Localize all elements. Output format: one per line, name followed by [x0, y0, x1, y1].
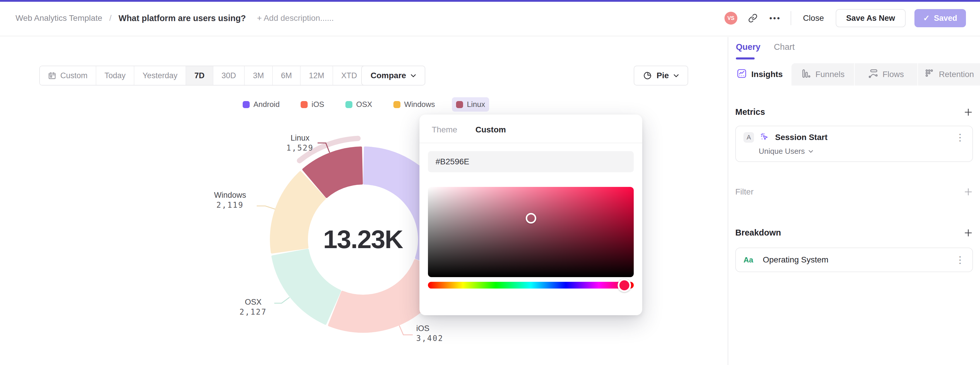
tab-funnels[interactable]: Funnels: [791, 63, 855, 86]
legend-label: Windows: [404, 100, 435, 109]
slice-label-linux: Linux 1,529: [278, 133, 322, 153]
label-leader-line: [399, 325, 413, 335]
legend-item-windows[interactable]: Windows: [389, 97, 439, 112]
label-leader-line: [274, 297, 290, 303]
legend-swatch: [393, 101, 401, 108]
tab-custom[interactable]: Custom: [476, 125, 506, 134]
property-type-badge: Aa: [743, 255, 757, 265]
metric-event-name: Session Start: [775, 133, 950, 142]
filter-header-row: Filter: [735, 187, 973, 196]
tab-label: Flows: [883, 70, 904, 79]
breakdown-card[interactable]: Aa Operating System ⋮: [735, 247, 973, 272]
legend-label: Android: [253, 100, 280, 109]
range-custom[interactable]: Custom: [40, 66, 96, 85]
compare-button[interactable]: Compare: [361, 65, 425, 86]
tab-insights[interactable]: Insights: [728, 63, 791, 86]
breakdown-card-row: Aa Operating System ⋮: [736, 248, 972, 271]
top-accent-bar: [0, 0, 980, 2]
query-sidebar: Query Chart Insights: [728, 37, 980, 365]
metric-card-row: A Session Start ⋮: [736, 132, 972, 143]
tab-theme[interactable]: Theme: [432, 125, 457, 134]
label-leader-line: [257, 206, 275, 209]
insights-icon: [737, 68, 747, 81]
legend-item-android[interactable]: Android: [239, 97, 284, 112]
breakdown-header: Breakdown: [735, 228, 781, 237]
cursor-sparkle-icon: [760, 132, 769, 143]
range-3m[interactable]: 3M: [245, 66, 273, 85]
metric-series-badge: A: [743, 132, 754, 143]
saved-button[interactable]: ✓ Saved: [915, 9, 966, 27]
share-link-icon[interactable]: [746, 11, 760, 25]
hue-slider-handle[interactable]: [617, 279, 631, 292]
legend-label: iOS: [312, 100, 324, 109]
app-root: Web Analytics Template / What platform a…: [0, 0, 980, 365]
add-metric-button[interactable]: [964, 107, 973, 117]
range-12m[interactable]: 12M: [301, 66, 333, 85]
hex-color-input[interactable]: [428, 151, 634, 172]
range-label: 7D: [194, 71, 205, 80]
metrics-header: Metrics: [735, 107, 765, 117]
add-filter-button[interactable]: [964, 187, 973, 196]
topbar-divider: [791, 11, 791, 25]
slice-label-windows: Windows 2,119: [208, 190, 252, 210]
kebab-menu-icon[interactable]: ⋮: [955, 133, 965, 142]
tab-label: Funnels: [816, 70, 845, 79]
saved-label: Saved: [934, 14, 957, 23]
chart-type-button[interactable]: Pie: [634, 65, 688, 86]
saturation-gradient[interactable]: [428, 187, 634, 277]
kebab-menu-icon[interactable]: ⋮: [955, 255, 965, 265]
chart-type-label: Pie: [657, 71, 669, 80]
legend-item-osx[interactable]: OSX: [341, 97, 376, 112]
check-icon: ✓: [923, 13, 930, 23]
more-options-icon[interactable]: •••: [768, 11, 782, 25]
hue-slider[interactable]: [428, 282, 634, 288]
range-label: XTD: [341, 71, 357, 80]
save-as-new-button[interactable]: Save As New: [836, 9, 906, 27]
metric-card[interactable]: A Session Start ⋮ Unique Users: [735, 126, 973, 162]
chevron-down-icon: [808, 150, 813, 153]
tab-flows[interactable]: Flows: [855, 63, 918, 86]
range-yesterday[interactable]: Yesterday: [134, 66, 186, 85]
tab-retention[interactable]: Retention: [918, 63, 980, 86]
flows-icon: [868, 69, 878, 81]
analysis-type-tabs: Insights Funnels Flows: [728, 63, 980, 86]
add-description-button[interactable]: + Add description......: [257, 13, 334, 23]
avatar[interactable]: VS: [724, 12, 737, 25]
range-today[interactable]: Today: [96, 66, 134, 85]
breadcrumb-separator: /: [109, 13, 111, 23]
tab-label: Insights: [751, 70, 783, 79]
range-6m[interactable]: 6M: [273, 66, 301, 85]
legend-swatch: [456, 101, 463, 108]
compare-label: Compare: [371, 71, 406, 80]
slice-label-ios: iOS 3,402: [416, 324, 466, 343]
range-label: 6M: [281, 71, 292, 80]
range-30d[interactable]: 30D: [213, 66, 245, 85]
range-label: 12M: [309, 71, 325, 80]
range-7d[interactable]: 7D: [186, 66, 213, 85]
legend-item-linux[interactable]: Linux: [452, 97, 489, 112]
legend-item-ios[interactable]: iOS: [296, 97, 328, 112]
calendar-icon: [48, 72, 56, 80]
filter-header: Filter: [735, 187, 753, 196]
legend-swatch: [243, 101, 250, 108]
metrics-header-row: Metrics: [735, 107, 973, 117]
gradient-cursor[interactable]: [526, 213, 536, 223]
range-label: 30D: [221, 71, 236, 80]
tab-chart[interactable]: Chart: [774, 42, 795, 52]
pie-slice-osx[interactable]: [272, 250, 340, 324]
tab-query[interactable]: Query: [736, 42, 760, 52]
chart-legend: Android iOS OSX Windows Linux: [0, 97, 728, 112]
aggregation-label: Unique Users: [759, 147, 805, 156]
breakdown-header-row: Breakdown: [735, 228, 973, 237]
page-title[interactable]: What platform are users using?: [119, 13, 246, 23]
color-picker-popup: Theme Custom: [420, 115, 642, 315]
range-label: 3M: [253, 71, 264, 80]
close-button[interactable]: Close: [800, 13, 827, 23]
color-picker-tabs: Theme Custom: [420, 115, 642, 134]
chevron-down-icon: [410, 74, 416, 77]
add-breakdown-button[interactable]: [964, 228, 973, 237]
active-tab-underline: [736, 57, 755, 59]
breadcrumb-root[interactable]: Web Analytics Template: [16, 13, 102, 23]
metric-aggregation-dropdown[interactable]: Unique Users: [736, 147, 972, 156]
funnels-icon: [801, 69, 811, 81]
